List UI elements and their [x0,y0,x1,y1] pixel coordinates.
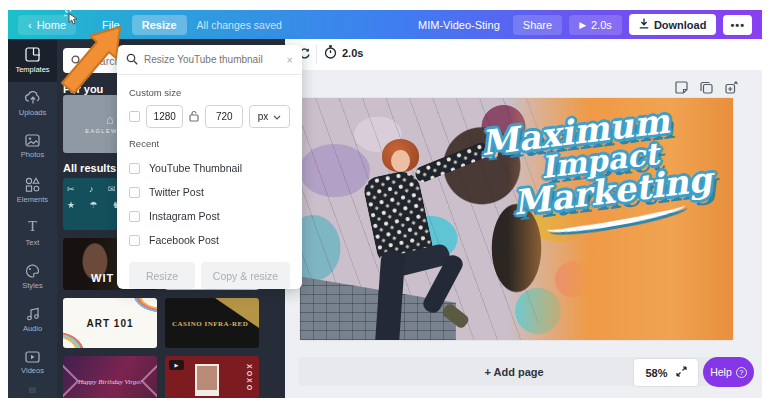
chevron-decoration [141,363,157,398]
search-icon [126,53,138,67]
question-icon: ? [736,367,747,378]
custom-size-checkbox[interactable] [129,111,140,122]
sidebar-item-templates[interactable]: Templates [8,39,57,82]
canvas-workspace: 2.0s [285,39,762,398]
text-icon: T [28,219,37,235]
ellipsis-icon: ••• [730,19,745,31]
play-icon: ▶ [579,20,586,30]
chevron-down-icon [273,111,281,122]
recent-label: Recent [129,138,290,149]
sidebar-item-audio[interactable]: Audio [8,298,57,341]
unit-select[interactable]: px [249,105,290,128]
resize-button[interactable]: Resize [132,15,187,35]
sidebar-item-text[interactable]: T Text [8,212,57,255]
checkbox[interactable] [129,187,140,198]
help-button[interactable]: Help ? [703,357,754,387]
stopwatch-icon [324,45,337,61]
all-results-heading: All results [63,162,116,174]
checkbox[interactable] [129,163,140,174]
figure-standing-leg [375,250,406,340]
page-actions [675,80,738,98]
figure-boot [441,302,471,330]
toolbar-divider [316,45,317,64]
recent-option-instagram[interactable]: Instagram Post [129,204,290,228]
preview-duration: 2.0s [591,19,612,31]
height-field[interactable]: 720 [205,105,242,128]
width-field[interactable]: 1280 [146,105,183,128]
chevron-decoration [63,363,79,398]
notes-icon[interactable] [675,80,688,98]
resize-popup: × Custom size 1280 720 px Recent YouTube… [117,45,302,289]
sidebar-item-styles[interactable]: Styles [8,255,57,298]
resize-search-box[interactable]: × [117,45,302,75]
chevron-left-icon: ‹ [28,19,32,31]
design-page[interactable]: Maximum Impact Marketing [300,98,733,340]
audio-note-icon [26,307,40,321]
page-duration-control[interactable]: 2.0s [324,45,363,61]
preview-play-button[interactable]: ▶ 2.0s [569,15,622,35]
search-icon [71,52,82,70]
sidebar: Templates Uploads Photos Elements T Text… [8,39,57,398]
figure-face [391,150,410,172]
sidebar-item-elements[interactable]: Elements [8,169,57,212]
close-icon[interactable]: × [287,54,293,66]
file-menu-button[interactable]: File [96,15,126,35]
canva-editor: ‹ Home File Resize All changes saved MIM… [0,0,779,417]
templates-icon [25,47,40,62]
zoom-level: 58% [645,367,667,379]
download-button[interactable]: Download [629,14,717,35]
custom-size-label: Custom size [129,87,290,98]
sidebar-item-videos[interactable]: Videos [8,341,57,384]
recent-option-twitter[interactable]: Twitter Post [129,180,290,204]
elements-shapes-icon [25,177,40,192]
resize-label: Resize [142,19,177,31]
template-thumbnail-casino[interactable]: CASINO INFRA-RED [165,298,259,348]
upload-cloud-icon [25,90,41,105]
styles-palette-icon [25,264,40,278]
fullscreen-expand-icon [676,366,687,379]
share-button[interactable]: Share [513,15,562,35]
resize-actions: Resize Copy & resize [117,252,302,299]
recent-option-youtube[interactable]: YouTube Thumbnail [129,156,290,180]
editor-toolbar: 2.0s [285,39,762,70]
for-you-heading: For you [63,83,103,95]
file-label: File [102,19,120,31]
custom-size-row: 1280 720 px [129,105,290,128]
sidebar-more-partial: ▤ [8,385,57,398]
top-bar: ‹ Home File Resize All changes saved MIM… [8,10,762,39]
template-thumbnail-xoxo[interactable]: ▶ XOXO [165,356,259,398]
zoom-control[interactable]: 58% [633,358,699,387]
home-label: Home [37,19,66,31]
template-thumbnail-art101[interactable]: ART 101 [63,298,157,348]
resize-confirm-button[interactable]: Resize [129,262,195,289]
add-page-icon[interactable] [725,80,738,98]
video-badge-icon: ▶ [169,360,184,370]
save-status: All changes saved [197,19,282,31]
sidebar-item-uploads[interactable]: Uploads [8,82,57,125]
checkbox[interactable] [129,235,140,246]
more-options-button[interactable]: ••• [723,15,752,35]
checkbox[interactable] [129,211,140,222]
resize-search-input[interactable] [144,54,281,65]
sidebar-item-photos[interactable]: Photos [8,125,57,168]
template-thumbnail-birthday[interactable]: Happy Birthday Virgo! [63,356,157,398]
copy-and-resize-button[interactable]: Copy & resize [201,262,290,289]
building-logo-icon: ⌂ [106,115,114,125]
recent-option-facebook[interactable]: Facebook Post [129,228,290,252]
document-title[interactable]: MIM-Video-Sting [418,19,500,31]
polaroid-decoration [195,364,219,396]
lock-aspect-icon[interactable] [189,110,199,124]
photos-icon [25,134,40,147]
duplicate-page-icon[interactable] [700,80,713,98]
download-icon [639,18,649,31]
home-button[interactable]: ‹ Home [18,15,76,35]
videos-icon [25,351,40,363]
